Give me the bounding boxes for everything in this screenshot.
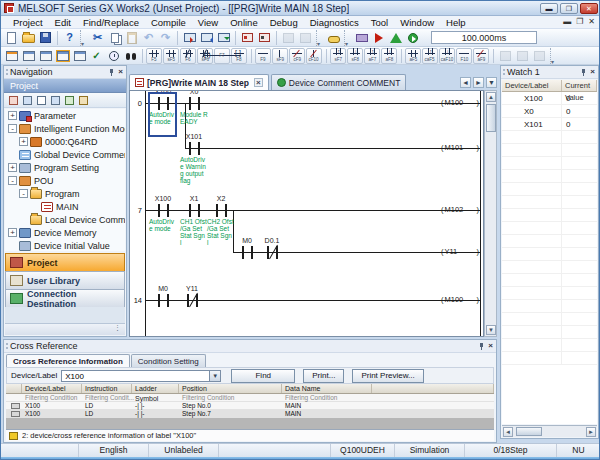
nav-copy-button[interactable] bbox=[20, 94, 34, 107]
watch-row-x100[interactable]: X1000 bbox=[502, 92, 597, 105]
editor-vertical-scrollbar[interactable]: ▲ ▼ bbox=[484, 90, 497, 337]
paste-button[interactable] bbox=[123, 30, 140, 46]
stop-monitor-button[interactable] bbox=[256, 30, 273, 46]
tree-item-global-device-comment[interactable]: Global Device Comment bbox=[5, 148, 125, 161]
delete-line-button[interactable]: aF9 bbox=[473, 48, 489, 64]
statement-view-button[interactable] bbox=[37, 48, 54, 64]
copy-button[interactable] bbox=[106, 30, 123, 46]
undo-button[interactable]: ↶ bbox=[140, 30, 157, 46]
expand-icon[interactable]: + bbox=[8, 163, 17, 172]
menu-project[interactable]: Project bbox=[7, 16, 49, 29]
ladder-editor-view-button[interactable] bbox=[3, 48, 20, 64]
ladder-contact-x1[interactable] bbox=[189, 204, 200, 217]
menu-window[interactable]: Window bbox=[394, 16, 440, 29]
watch-row-x101[interactable]: X1010 bbox=[502, 118, 597, 131]
tree-item-pou[interactable]: -POU bbox=[5, 174, 125, 187]
scroll-thumb[interactable] bbox=[486, 104, 496, 132]
help-button[interactable]: ? bbox=[61, 30, 78, 46]
program-check-button[interactable]: ✓ bbox=[88, 48, 105, 64]
expand-icon[interactable]: + bbox=[8, 111, 17, 120]
watch-empty-row[interactable] bbox=[502, 131, 597, 144]
read-from-plc-button[interactable] bbox=[198, 30, 215, 46]
watch-empty-row[interactable] bbox=[502, 144, 597, 157]
falling-pulse-branch-button[interactable]: aF8 bbox=[381, 48, 397, 64]
watch-empty-row[interactable] bbox=[502, 222, 597, 235]
ladder-coil-m101[interactable]: (M101) bbox=[441, 143, 479, 153]
xref-col-ladder-symbol[interactable]: Ladder Symbol bbox=[132, 384, 179, 393]
simulation-error-button[interactable] bbox=[387, 30, 404, 46]
tree-item-parameter[interactable]: +Parameter bbox=[5, 109, 125, 122]
tree-item-local-device-comment[interactable]: Local Device Comment bbox=[5, 213, 125, 226]
falling-pulse-button[interactable]: sF8 bbox=[347, 48, 363, 64]
open-branch-button[interactable]: sF5 bbox=[163, 48, 179, 64]
split-window-button[interactable] bbox=[71, 48, 88, 64]
scroll-left-arrow[interactable]: ◄ bbox=[503, 427, 513, 437]
tree-item-device-memory[interactable]: +Device Memory bbox=[5, 226, 125, 239]
ladder-coil-m100[interactable]: (M100) bbox=[441, 98, 479, 108]
stop-simulation-button[interactable] bbox=[404, 30, 421, 46]
close-icon[interactable]: × bbox=[590, 68, 595, 76]
tab-close-icon[interactable]: × bbox=[254, 78, 263, 87]
redo-button[interactable]: ↷ bbox=[157, 30, 174, 46]
zoom-view-button[interactable] bbox=[54, 48, 71, 64]
new-project-button[interactable] bbox=[3, 30, 20, 46]
menu-diagnostics[interactable]: Diagnostics bbox=[304, 16, 365, 29]
pin-icon[interactable] bbox=[108, 69, 115, 76]
ladder-contact-y11[interactable] bbox=[187, 294, 198, 307]
xref-row-step-no-0[interactable]: X100LD-| |-Step No.0MAIN bbox=[6, 402, 494, 410]
watch-empty-row[interactable] bbox=[502, 235, 597, 248]
write-to-plc-button[interactable] bbox=[181, 30, 198, 46]
expand-icon[interactable]: + bbox=[8, 228, 17, 237]
tab-scroll-left-button[interactable]: ◄ bbox=[460, 77, 471, 88]
tab-active-ladder[interactable]: [PRG]Write MAIN 18 Step× bbox=[129, 74, 269, 90]
watch-empty-row[interactable] bbox=[502, 313, 597, 326]
mdi-minimize-button[interactable]: ▬ bbox=[563, 16, 571, 28]
pin-icon[interactable] bbox=[580, 69, 587, 76]
print-button[interactable]: Print... bbox=[303, 369, 344, 383]
mdi-close-button[interactable]: ✕ bbox=[588, 16, 595, 28]
ladder-coil-m100[interactable]: (M100) bbox=[441, 295, 479, 305]
tab-scroll-right-button[interactable]: ► bbox=[473, 77, 484, 88]
ladder-coil-y11[interactable]: (Y11) bbox=[441, 247, 479, 257]
tree-item-intelligent-function-module[interactable]: -Intelligent Function Module bbox=[5, 122, 125, 135]
watch-empty-row[interactable] bbox=[502, 209, 597, 222]
device-label-combobox[interactable]: X100 ▼ bbox=[61, 370, 221, 382]
menu-find-replace[interactable]: Find/Replace bbox=[77, 16, 145, 29]
collapse-icon[interactable]: - bbox=[8, 176, 17, 185]
view-button-connection-destination[interactable]: Connection Destination bbox=[5, 289, 125, 307]
rising-pulse-button[interactable]: sF7 bbox=[330, 48, 346, 64]
toolbar-overflow-button[interactable] bbox=[550, 48, 557, 64]
xref-tab-cross-reference-information[interactable]: Cross Reference Information bbox=[6, 354, 130, 367]
watch-empty-row[interactable] bbox=[502, 183, 597, 196]
xref-col-position[interactable]: Position bbox=[179, 384, 282, 393]
expand-icon[interactable]: + bbox=[19, 137, 28, 146]
watch-empty-row[interactable] bbox=[502, 352, 597, 365]
ladder-contact-m0[interactable] bbox=[158, 294, 169, 307]
ladder-contact-x100[interactable] bbox=[158, 204, 169, 217]
xref-col-data-name[interactable]: Data Name bbox=[282, 384, 372, 393]
save-project-button[interactable] bbox=[37, 30, 54, 46]
ladder-contact-x0[interactable] bbox=[189, 97, 200, 110]
watch-empty-row[interactable] bbox=[502, 170, 597, 183]
toolbar-overflow-button[interactable] bbox=[316, 30, 323, 46]
open-contact-button[interactable]: F5 bbox=[146, 48, 162, 64]
start-simulation-button[interactable] bbox=[370, 30, 387, 46]
collapse-icon[interactable]: - bbox=[8, 124, 17, 133]
menu-compile[interactable]: Compile bbox=[145, 16, 192, 29]
watch-col-value[interactable]: Current Value bbox=[562, 80, 597, 91]
watch-empty-row[interactable] bbox=[502, 196, 597, 209]
scroll-up-arrow[interactable]: ▲ bbox=[486, 92, 496, 102]
watch-row-x0[interactable]: X00 bbox=[502, 105, 597, 118]
menu-edit[interactable]: Edit bbox=[49, 16, 77, 29]
watch-empty-row[interactable] bbox=[502, 274, 597, 287]
close-icon[interactable]: × bbox=[118, 68, 123, 76]
tree-item-device-initial-value[interactable]: Device Initial Value bbox=[5, 239, 125, 251]
start-monitor-button[interactable] bbox=[239, 30, 256, 46]
watch-empty-row[interactable] bbox=[502, 261, 597, 274]
inline-st-button[interactable] bbox=[497, 48, 514, 64]
ladder-contact-m0[interactable] bbox=[242, 246, 253, 259]
tree-item-main[interactable]: MAIN bbox=[5, 200, 125, 213]
tab-list-button[interactable]: ▼ bbox=[486, 77, 497, 88]
delete-vertical-line-button[interactable]: cF10 bbox=[306, 48, 322, 64]
ladder-contact-d0-1[interactable] bbox=[267, 246, 278, 259]
